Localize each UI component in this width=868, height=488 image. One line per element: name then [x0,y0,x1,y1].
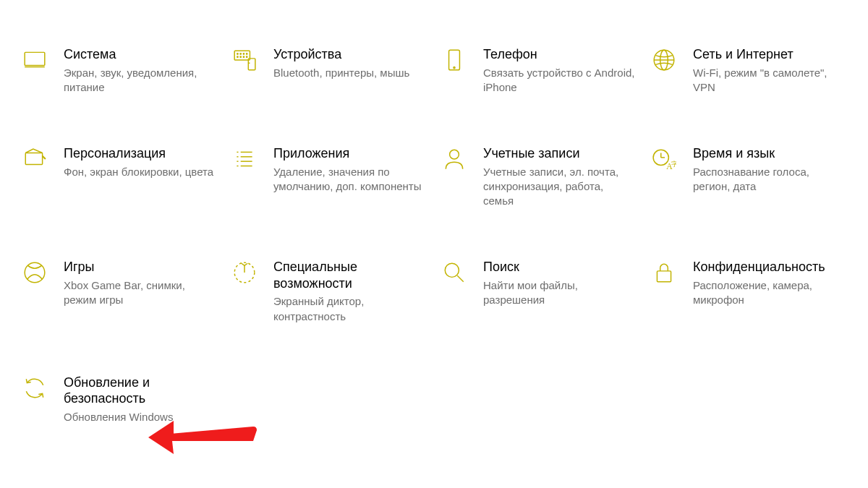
search-icon [440,260,469,289]
phone-icon [440,48,469,77]
sync-icon [20,376,49,405]
category-sub: Обновления Windows [64,410,217,424]
category-title: Устройства [273,46,427,63]
category-title: Телефон [483,46,637,63]
category-sub: Экранный диктор, контрастность [273,294,427,324]
category-sub: Учетные записи, эл. почта, синхронизация… [483,165,637,209]
category-ease-of-access[interactable]: Специальные возможности Экранный диктор,… [224,259,434,324]
category-gaming[interactable]: Игры Xbox Game Bar, снимки, режим игры [14,259,224,324]
category-sub: Связать устройство с Android, iPhone [483,66,637,95]
category-update-security[interactable]: Обновление и безопасность Обновления Win… [14,374,224,424]
category-network[interactable]: Сеть и Интернет Wi-Fi, режим "в самолете… [644,46,854,95]
person-icon [440,147,469,176]
ease-icon [230,260,259,289]
time-lang-icon [650,147,678,176]
category-time-lang[interactable]: Время и язык Распознавание голоса, регио… [644,145,854,208]
xbox-icon [20,260,49,289]
paint-icon [20,147,49,176]
category-title: Сеть и Интернет [693,46,846,63]
category-system[interactable]: Система Экран, звук, уведомления, питани… [14,46,224,95]
category-title: Учетные записи [483,145,637,162]
category-devices[interactable]: Устройства Bluetooth, принтеры, мышь [224,46,434,95]
apps-icon [230,147,259,176]
category-title: Конфиденциальность [693,259,846,275]
category-title: Игры [64,259,217,275]
category-title: Поиск [483,259,637,275]
category-title: Приложения [273,145,427,162]
settings-categories-grid: Система Экран, звук, уведомления, питани… [0,0,868,424]
category-title: Обновление и безопасность [64,374,217,407]
globe-icon [650,48,678,77]
category-title: Система [64,46,217,63]
category-phone[interactable]: Телефон Связать устройство с Android, iP… [434,46,644,95]
category-privacy[interactable]: Конфиденциальность Расположение, камера,… [644,259,854,324]
monitor-icon [20,48,49,77]
category-title: Время и язык [693,145,846,162]
category-apps[interactable]: Приложения Удаление, значения по умолчан… [224,145,434,208]
category-sub: Найти мои файлы, разрешения [483,278,637,308]
category-title: Специальные возможности [273,259,427,291]
category-sub: Xbox Game Bar, снимки, режим игры [64,278,217,308]
category-personalization[interactable]: Персонализация Фон, экран блокировки, цв… [14,145,224,208]
category-accounts[interactable]: Учетные записи Учетные записи, эл. почта… [434,145,644,208]
category-sub: Экран, звук, уведомления, питание [64,66,217,95]
category-title: Персонализация [64,145,217,162]
category-sub: Распознавание голоса, регион, дата [693,165,846,194]
category-sub: Фон, экран блокировки, цвета [64,165,217,179]
lock-icon [650,260,678,289]
category-search[interactable]: Поиск Найти мои файлы, разрешения [434,259,644,324]
category-sub: Удаление, значения по умолчанию, доп. ко… [273,165,427,194]
category-sub: Bluetooth, принтеры, мышь [273,66,427,80]
devices-icon [230,48,259,77]
category-sub: Wi-Fi, режим "в самолете", VPN [693,66,846,95]
category-sub: Расположение, камера, микрофон [693,278,846,308]
